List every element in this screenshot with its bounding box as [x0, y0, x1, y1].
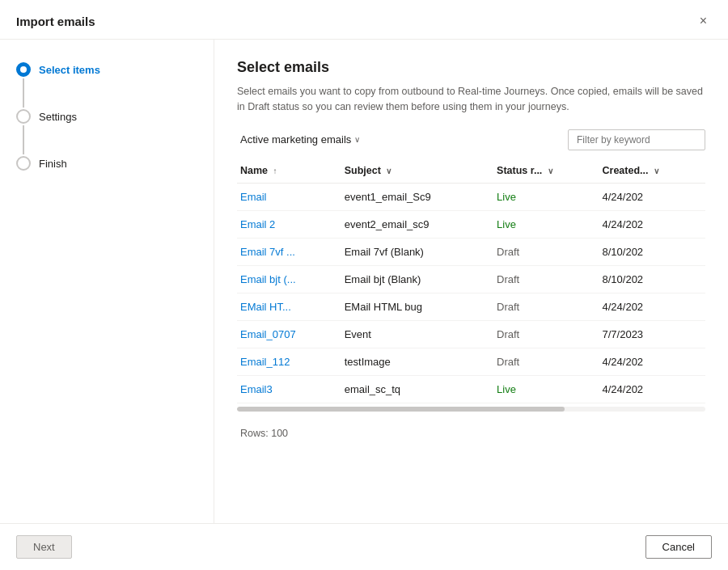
email-created-cell: 8/10/202: [599, 265, 705, 293]
email-status-cell: Draft: [493, 238, 599, 265]
email-table-container: Name ↑ Subject ∨ Status r... ∨: [237, 158, 705, 524]
step-circle-finish: [16, 156, 31, 171]
email-name-cell[interactable]: Email bjt (...: [237, 265, 341, 293]
email-status-cell: Draft: [493, 320, 599, 348]
table-row: Email bjt (... Email bjt (Blank) Draft 8…: [237, 265, 705, 293]
column-header-status[interactable]: Status r... ∨: [493, 158, 599, 184]
email-name-cell[interactable]: Email: [237, 183, 341, 210]
section-description: Select emails you want to copy from outb…: [237, 84, 705, 115]
step-line-2: [23, 125, 24, 154]
keyword-filter-input[interactable]: [568, 129, 705, 150]
filter-dropdown[interactable]: Active marketing emails ∨: [237, 130, 366, 149]
chevron-down-icon: ∨: [354, 135, 360, 144]
email-created-cell: 8/10/202: [599, 238, 705, 265]
email-name-cell[interactable]: Email3: [237, 375, 341, 403]
email-subject-cell: Event: [341, 320, 493, 348]
email-created-cell: 4/24/202: [599, 210, 705, 238]
email-name-cell[interactable]: Email_0707: [237, 320, 341, 348]
column-header-subject[interactable]: Subject ∨: [341, 158, 493, 184]
email-name-cell[interactable]: Email_112: [237, 348, 341, 375]
sidebar: Select items Settings Finish: [0, 40, 214, 523]
filter-dropdown-label: Active marketing emails: [240, 133, 351, 146]
email-name-cell[interactable]: Email 7vf ...: [237, 238, 341, 265]
table-header: Name ↑ Subject ∨ Status r... ∨: [237, 158, 705, 184]
column-header-created[interactable]: Created... ∨: [599, 158, 705, 184]
main-content: Select emails Select emails you want to …: [214, 40, 728, 523]
table-row: Email event1_email_Sc9 Live 4/24/202: [237, 183, 705, 210]
table-row: Email_0707 Event Draft 7/7/2023: [237, 320, 705, 348]
dialog-header: Import emails ×: [0, 0, 728, 40]
toolbar: Active marketing emails ∨: [237, 129, 705, 150]
email-subject-cell: Email 7vf (Blank): [341, 238, 493, 265]
email-subject-cell: testImage: [341, 348, 493, 375]
step-select-items[interactable]: Select items: [16, 62, 197, 109]
column-header-name[interactable]: Name ↑: [237, 158, 341, 184]
step-label-finish: Finish: [39, 156, 67, 171]
step-settings[interactable]: Settings: [16, 109, 197, 156]
close-button[interactable]: ×: [695, 13, 712, 29]
step-circle-select-items: [16, 62, 31, 77]
dialog-body: Select items Settings Finish Select emai…: [0, 40, 728, 523]
table-body: Email event1_email_Sc9 Live 4/24/202 Ema…: [237, 183, 705, 403]
table-row: EMail HT... EMail HTML bug Draft 4/24/20…: [237, 293, 705, 320]
email-created-cell: 4/24/202: [599, 375, 705, 403]
table-row: Email3 email_sc_tq Live 4/24/202: [237, 375, 705, 403]
rows-count: Rows: 100: [237, 418, 705, 447]
sort-icon-created: ∨: [654, 167, 659, 175]
email-name-cell[interactable]: Email 2: [237, 210, 341, 238]
page-title: Select emails: [237, 59, 705, 76]
email-created-cell: 4/24/202: [599, 293, 705, 320]
email-status-cell: Live: [493, 210, 599, 238]
step-label-settings: Settings: [39, 109, 77, 125]
table-row: Email 2 event2_email_sc9 Live 4/24/202: [237, 210, 705, 238]
email-subject-cell: EMail HTML bug: [341, 293, 493, 320]
table-row: Email_112 testImage Draft 4/24/202: [237, 348, 705, 375]
sort-icon-status: ∨: [548, 167, 553, 175]
email-subject-cell: event2_email_sc9: [341, 210, 493, 238]
email-subject-cell: event1_email_Sc9: [341, 183, 493, 210]
scrollbar-thumb: [237, 407, 565, 412]
sort-icon-subject: ∨: [386, 167, 392, 175]
cancel-button[interactable]: Cancel: [645, 535, 712, 559]
email-table: Name ↑ Subject ∨ Status r... ∨: [237, 158, 705, 403]
sort-icon-name: ↑: [273, 167, 277, 175]
email-subject-cell: Email bjt (Blank): [341, 265, 493, 293]
step-finish[interactable]: Finish: [16, 156, 197, 171]
table-row: Email 7vf ... Email 7vf (Blank) Draft 8/…: [237, 238, 705, 265]
email-name-cell[interactable]: EMail HT...: [237, 293, 341, 320]
email-created-cell: 4/24/202: [599, 348, 705, 375]
email-status-cell: Draft: [493, 265, 599, 293]
horizontal-scrollbar[interactable]: [237, 407, 705, 412]
step-circle-settings: [16, 109, 31, 124]
dialog-title: Import emails: [16, 15, 95, 28]
email-created-cell: 7/7/2023: [599, 320, 705, 348]
email-status-cell: Draft: [493, 293, 599, 320]
step-line-1: [23, 78, 24, 108]
email-subject-cell: email_sc_tq: [341, 375, 493, 403]
next-button[interactable]: Next: [16, 535, 72, 559]
step-label-select-items: Select items: [39, 62, 100, 78]
import-emails-dialog: Import emails × Select items Settings: [0, 0, 728, 570]
email-status-cell: Live: [493, 183, 599, 210]
email-created-cell: 4/24/202: [599, 183, 705, 210]
email-status-cell: Live: [493, 375, 599, 403]
dialog-footer: Next Cancel: [0, 523, 728, 570]
email-status-cell: Draft: [493, 348, 599, 375]
